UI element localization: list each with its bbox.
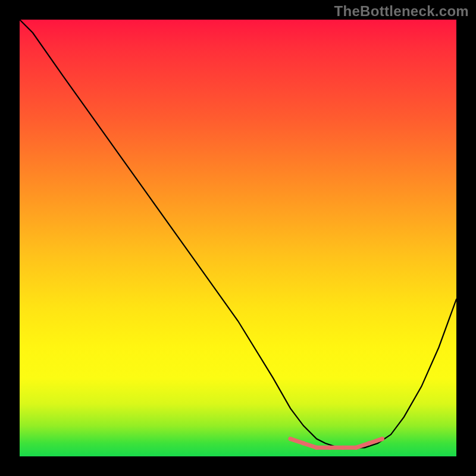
svg-point-6 [367,441,371,445]
plot-area [20,20,456,456]
bottleneck-curve-svg [20,20,456,456]
svg-point-1 [302,441,306,445]
svg-point-4 [341,446,345,450]
svg-point-5 [354,446,358,450]
svg-point-0 [289,437,293,441]
bottleneck-curve-line [20,20,456,447]
chart-container: TheBottleneck.com [0,0,476,476]
svg-point-7 [380,437,384,441]
svg-point-3 [328,446,332,450]
svg-point-2 [315,446,319,450]
watermark-text: TheBottleneck.com [334,3,469,20]
